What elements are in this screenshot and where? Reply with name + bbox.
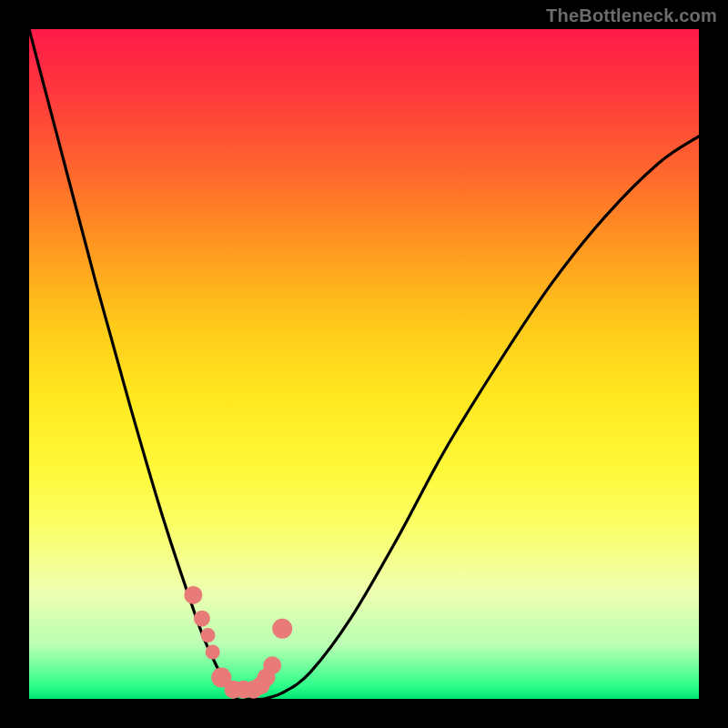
chart-svg	[29, 29, 699, 699]
watermark-text: TheBottleneck.com	[546, 5, 717, 26]
plot-area	[29, 29, 699, 699]
bottleneck-curve	[29, 29, 699, 699]
highlight-markers	[184, 586, 292, 699]
highlight-marker	[184, 586, 202, 604]
highlight-marker	[201, 628, 216, 642]
chart-frame: TheBottleneck.com	[0, 0, 728, 728]
highlight-marker	[194, 611, 210, 627]
highlight-marker	[206, 644, 220, 659]
highlight-marker	[263, 656, 281, 674]
highlight-marker	[272, 619, 292, 639]
